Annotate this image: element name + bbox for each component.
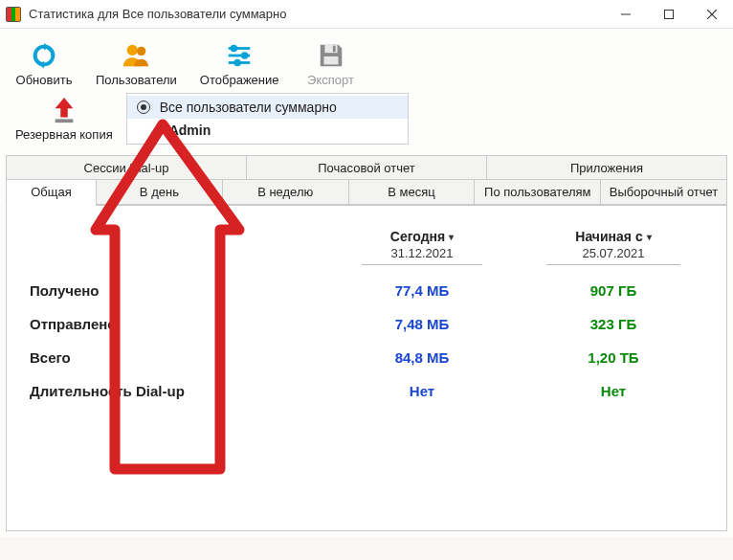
tab-applications[interactable]: Приложения <box>487 155 727 180</box>
tab-dialup-sessions[interactable]: Сессии Dial-up <box>6 155 247 180</box>
export-button[interactable]: Экспорт <box>293 36 369 91</box>
users-button[interactable]: Пользователи <box>86 36 187 91</box>
users-label: Пользователи <box>96 73 177 87</box>
users-icon <box>122 40 150 71</box>
close-button[interactable] <box>690 0 733 29</box>
users-dropdown[interactable]: Все пользователи суммарно Admin <box>126 93 409 145</box>
tab-row-bottom: Общая В день В неделю В месяц По пользов… <box>6 179 727 206</box>
dialup-today: Нет <box>326 383 518 399</box>
column-since[interactable]: Начиная с▾ 25.07.2021 <box>518 229 709 265</box>
tab-custom-report[interactable]: Выборочный отчет <box>601 179 727 205</box>
export-label: Экспорт <box>307 73 354 87</box>
row-total-label: Всего <box>24 349 326 366</box>
chevron-down-icon: ▾ <box>647 232 652 242</box>
dropdown-all-label: Все пользователи суммарно <box>160 100 337 115</box>
minimize-button[interactable] <box>604 0 647 29</box>
radio-icon <box>137 101 150 114</box>
svg-point-7 <box>137 47 145 56</box>
total-since: 1,20 ТБ <box>518 349 709 366</box>
backup-label: Резервная копия <box>15 127 113 142</box>
tab-row-top: Сессии Dial-up Почасовой отчет Приложени… <box>6 155 727 180</box>
received-today: 77,4 МБ <box>326 282 518 299</box>
refresh-icon <box>30 40 58 71</box>
svg-point-13 <box>234 59 242 67</box>
dialup-since: Нет <box>518 383 709 399</box>
tab-daily[interactable]: В день <box>97 179 223 205</box>
tab-by-user[interactable]: По пользователям <box>475 179 601 205</box>
maximize-button[interactable] <box>647 0 690 29</box>
window-title: Статистика для Все пользователи суммарно <box>29 7 604 21</box>
svg-rect-1 <box>664 10 673 18</box>
toolbar: Обновить Пользователи Отображение Экспор… <box>0 29 733 91</box>
col-today-label: Сегодня <box>390 229 445 244</box>
svg-point-6 <box>127 45 138 56</box>
col-since-date: 25.07.2021 <box>575 246 651 260</box>
svg-rect-16 <box>323 56 338 64</box>
col-since-label: Начиная с <box>575 229 642 244</box>
refresh-label: Обновить <box>16 73 73 87</box>
svg-rect-15 <box>332 46 335 53</box>
tab-hourly-report[interactable]: Почасовой отчет <box>247 155 487 180</box>
display-button[interactable]: Отображение <box>190 36 289 91</box>
save-icon <box>317 40 345 71</box>
tab-weekly[interactable]: В неделю <box>223 179 349 205</box>
chevron-down-icon: ▾ <box>449 232 454 242</box>
display-label: Отображение <box>200 73 279 87</box>
row-dialup-label: Длительность Dial-up <box>24 383 326 399</box>
tab-general[interactable]: Общая <box>6 179 97 206</box>
content-panel: Сегодня▾ 31.12.2021 Начиная с▾ 25.07.202… <box>6 206 727 531</box>
sent-since: 323 ГБ <box>518 316 709 332</box>
dropdown-admin-label: Admin <box>169 123 211 138</box>
dropdown-item-admin[interactable]: Admin <box>127 119 408 142</box>
app-icon <box>6 7 21 22</box>
sliders-icon <box>225 40 254 71</box>
refresh-button[interactable]: Обновить <box>6 36 82 91</box>
svg-marker-17 <box>55 98 73 118</box>
sent-today: 7,48 МБ <box>326 316 518 332</box>
row-sent-label: Отправлено <box>24 316 326 332</box>
total-today: 84,8 МБ <box>326 349 518 366</box>
upload-icon <box>50 95 78 125</box>
svg-point-9 <box>231 45 238 53</box>
tab-monthly[interactable]: В месяц <box>349 179 476 205</box>
svg-rect-18 <box>55 119 73 123</box>
row-received-label: Получено <box>24 282 326 299</box>
backup-button[interactable]: Резервная копия <box>6 91 122 146</box>
dropdown-item-all[interactable]: Все пользователи суммарно <box>127 96 408 119</box>
column-today[interactable]: Сегодня▾ 31.12.2021 <box>326 229 518 265</box>
received-since: 907 ГБ <box>518 282 709 299</box>
col-today-date: 31.12.2021 <box>390 246 454 260</box>
svg-point-11 <box>241 52 249 59</box>
title-bar: Статистика для Все пользователи суммарно <box>0 0 733 29</box>
